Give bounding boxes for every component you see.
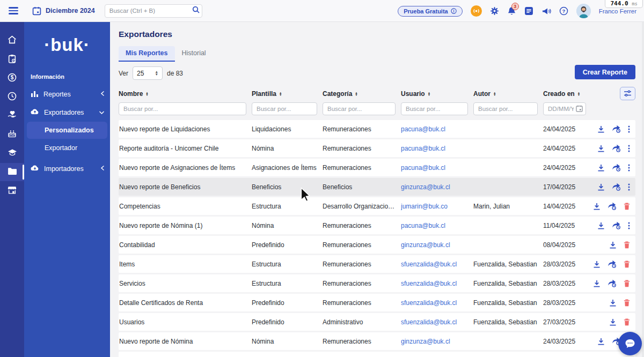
user-email-link[interactable]: pacuna@buk.cl xyxy=(401,145,445,152)
download-icon[interactable] xyxy=(597,164,605,172)
share-schedule-icon[interactable] xyxy=(612,125,621,133)
table-row[interactable] xyxy=(119,352,635,357)
table-row[interactable]: Reporte auditoría - Unicomer ChileNómina… xyxy=(119,139,635,157)
recording-icon[interactable] xyxy=(471,5,482,17)
sort-icon[interactable]: ▲▼ xyxy=(577,92,580,96)
announcements-megaphone-icon[interactable] xyxy=(541,7,551,16)
delete-trash-icon[interactable] xyxy=(624,261,630,268)
chat-fab-button[interactable] xyxy=(618,332,642,355)
filter-input-usuario[interactable] xyxy=(401,102,468,115)
search-icon[interactable] xyxy=(192,6,200,16)
sort-icon[interactable]: ▲▼ xyxy=(355,92,357,96)
settings-icon[interactable] xyxy=(490,6,499,16)
sort-icon[interactable]: ▲▼ xyxy=(279,92,282,96)
download-icon[interactable] xyxy=(609,241,617,249)
rail-item-clock[interactable] xyxy=(0,88,24,106)
delete-trash-icon[interactable] xyxy=(624,299,630,307)
rail-item-storefront[interactable] xyxy=(0,182,24,200)
tab-historial[interactable]: Historial xyxy=(175,46,213,62)
download-icon[interactable] xyxy=(597,125,605,133)
user-name[interactable]: Franco Ferrer xyxy=(599,8,636,14)
download-icon[interactable] xyxy=(609,318,617,326)
table-row[interactable]: UsuariosPredefinidoAdministrativosfuenza… xyxy=(119,313,635,331)
table-row[interactable]: CompetenciasEstructuraDesarrollo Organiz… xyxy=(119,197,635,215)
tab-mis-reportes[interactable]: Mis Reportes xyxy=(119,46,175,62)
sort-icon[interactable]: ▲▼ xyxy=(493,92,496,96)
sidebar-item-exportadores[interactable]: Exportadores xyxy=(24,103,110,121)
sidebar-item-personalizados[interactable]: Personalizados xyxy=(27,122,107,139)
filter-input-categoría[interactable] xyxy=(323,102,396,115)
row-menu-icon[interactable] xyxy=(628,125,630,133)
share-schedule-icon[interactable] xyxy=(608,279,617,287)
user-email-link[interactable]: pacuna@buk.cl xyxy=(401,125,445,133)
trial-badge[interactable]: Prueba Gratuita i xyxy=(398,6,463,17)
share-schedule-icon[interactable] xyxy=(608,260,617,268)
row-menu-icon[interactable] xyxy=(628,145,630,152)
table-row[interactable]: Detalle Certificados de RentaPredefinido… xyxy=(119,294,635,311)
user-email-link[interactable]: sfuenzalida@buk.cl xyxy=(401,299,457,307)
user-email-link[interactable]: ginzunza@buk.cl xyxy=(401,338,450,345)
user-email-link[interactable]: jumarin@buk.co xyxy=(401,203,448,210)
sidebar-item-reportes[interactable]: Reportes xyxy=(24,85,110,103)
sidebar-item-exportador[interactable]: Exportador xyxy=(27,139,107,157)
delete-trash-icon[interactable] xyxy=(624,241,630,249)
download-icon[interactable] xyxy=(593,261,601,268)
delete-trash-icon[interactable] xyxy=(624,203,630,210)
delete-trash-icon[interactable] xyxy=(624,280,630,287)
table-row[interactable]: Nuevo reporte de LiquidacionesLiquidacio… xyxy=(119,120,635,138)
rail-item-home[interactable] xyxy=(0,32,24,50)
filter-input-autor[interactable] xyxy=(473,102,538,115)
create-report-button[interactable]: Crear Reporte xyxy=(575,65,635,79)
menu-toggle-icon[interactable] xyxy=(9,7,18,14)
download-icon[interactable] xyxy=(597,338,605,345)
scrollbar[interactable] xyxy=(642,22,644,357)
help-icon[interactable]: ? xyxy=(559,6,568,16)
row-menu-icon[interactable] xyxy=(628,164,630,172)
rail-item-dollar[interactable]: $ xyxy=(0,69,24,87)
user-email-link[interactable]: ginzunza@buk.cl xyxy=(401,183,450,191)
news-icon[interactable] xyxy=(524,6,533,16)
rail-item-folder[interactable] xyxy=(0,163,24,181)
table-row[interactable]: ItemsEstructuraRemuneracionessfuenzalida… xyxy=(119,255,635,273)
download-icon[interactable] xyxy=(609,299,617,307)
row-menu-icon[interactable] xyxy=(628,222,630,229)
filter-input-plantilla[interactable] xyxy=(252,102,317,115)
rail-item-hand-heart[interactable] xyxy=(0,107,24,125)
download-icon[interactable] xyxy=(597,222,605,229)
global-search[interactable] xyxy=(105,4,202,18)
table-row[interactable]: Nuevo reporte de Nómina (1)NóminaRemuner… xyxy=(119,217,635,234)
download-icon[interactable] xyxy=(593,203,601,210)
download-icon[interactable] xyxy=(593,280,601,287)
column-settings-button[interactable] xyxy=(620,87,635,100)
user-email-link[interactable]: pacuna@buk.cl xyxy=(401,164,445,172)
sidebar-item-importadores[interactable]: Importadores xyxy=(24,160,110,177)
sort-icon[interactable]: ▲▼ xyxy=(428,92,430,96)
calendar-icon[interactable] xyxy=(576,105,583,112)
user-email-link[interactable]: sfuenzalida@buk.cl xyxy=(401,318,457,326)
table-row[interactable]: Nuevo reporte de Asignaciones de ÍtemsAs… xyxy=(119,159,635,176)
notifications-bell-icon[interactable]: 3 xyxy=(507,6,516,16)
download-icon[interactable] xyxy=(597,145,605,152)
rail-item-graduation-cap[interactable] xyxy=(0,144,24,162)
user-email-link[interactable]: ginzunza@buk.cl xyxy=(401,241,450,249)
download-icon[interactable] xyxy=(597,183,605,191)
table-row[interactable]: ServiciosEstructuraRemuneracionessfuenza… xyxy=(119,274,635,292)
user-avatar[interactable] xyxy=(576,4,591,18)
table-row[interactable]: Nuevo reporte de NóminaNóminaRemuneracio… xyxy=(119,332,635,350)
period-selector[interactable]: Diciembre 2024 xyxy=(46,7,95,14)
share-schedule-icon[interactable] xyxy=(612,221,621,229)
column-header-2[interactable]: Plantilla▲▼ xyxy=(252,90,323,98)
share-schedule-icon[interactable] xyxy=(608,202,617,210)
share-schedule-icon[interactable] xyxy=(612,183,621,191)
user-email-link[interactable]: pacuna@buk.cl xyxy=(401,222,445,229)
delete-trash-icon[interactable] xyxy=(624,318,630,326)
column-header-4[interactable]: Usuario▲▼ xyxy=(401,90,473,98)
calendar-icon[interactable] xyxy=(32,6,41,16)
row-menu-icon[interactable] xyxy=(628,183,630,191)
rail-item-clipboard[interactable] xyxy=(0,50,24,69)
sort-icon[interactable]: ▲▼ xyxy=(145,92,148,96)
table-row[interactable]: Nuevo reporte de BeneficiosBeneficiosBen… xyxy=(119,178,635,196)
per-page-select[interactable]: 25 ▲▼ xyxy=(133,66,163,80)
share-schedule-icon[interactable] xyxy=(612,163,621,172)
column-header-5[interactable]: Autor▲▼ xyxy=(473,90,543,98)
